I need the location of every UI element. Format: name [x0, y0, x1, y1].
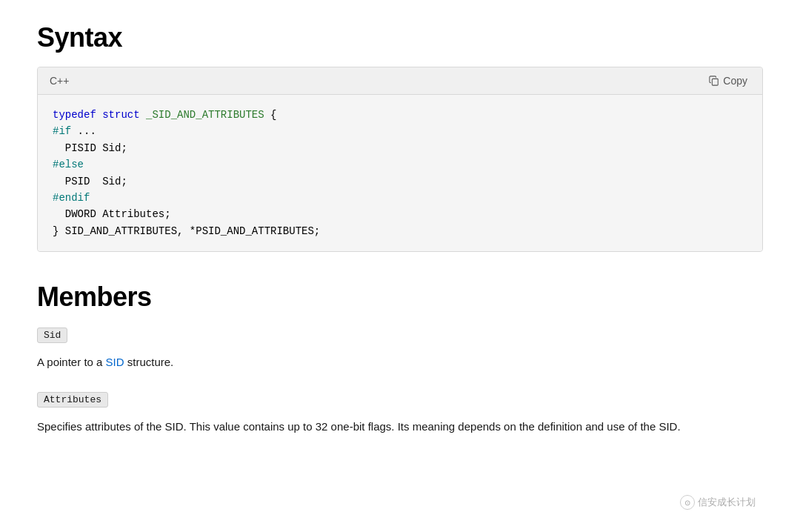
code-block: typedef struct _SID_AND_ATTRIBUTES { #if…: [38, 95, 762, 251]
code-line: } SID_AND_ATTRIBUTES, *PSID_AND_ATTRIBUT…: [53, 223, 747, 239]
watermark-text: 信安成长计划: [698, 496, 756, 509]
members-section: Members Sid A pointer to a SID structure…: [37, 282, 763, 436]
code-line: #endif: [53, 190, 747, 206]
keyword-typedef: typedef: [53, 109, 96, 121]
code-line: PSID Sid;: [53, 173, 747, 190]
copy-label: Copy: [723, 75, 747, 87]
code-container: C++ Copy typedef struct _SID_AND_ATTRIBU…: [37, 67, 763, 252]
sid-desc-after: structure.: [124, 356, 174, 368]
code-line: #else: [53, 156, 747, 173]
sid-description: A pointer to a SID structure.: [37, 353, 763, 371]
copy-icon: [709, 76, 719, 86]
member-badge-sid: Sid: [37, 327, 67, 343]
code-line: DWORD Attributes;: [53, 206, 747, 222]
preprocessor-if: #if: [53, 125, 71, 137]
member-badge-attributes: Attributes: [37, 392, 108, 408]
code-line: typedef struct _SID_AND_ATTRIBUTES {: [53, 107, 747, 123]
svg-rect-0: [713, 79, 719, 85]
preprocessor-else: #else: [53, 159, 84, 170]
attributes-description: Specifies attributes of the SID. This va…: [37, 418, 763, 436]
keyword-struct: struct: [102, 109, 139, 121]
copy-button[interactable]: Copy: [706, 73, 750, 88]
syntax-title: Syntax: [37, 22, 763, 53]
struct-name: _SID_AND_ATTRIBUTES: [146, 109, 264, 121]
code-line: #if ...: [53, 123, 747, 139]
sid-link[interactable]: SID: [106, 356, 124, 368]
members-title: Members: [37, 282, 763, 313]
watermark-icon: ⊙: [680, 495, 695, 510]
sid-desc-before: A pointer to a: [37, 356, 106, 368]
preprocessor-endif: #endif: [53, 192, 90, 204]
code-language: C++: [50, 75, 69, 87]
code-line: PISID Sid;: [53, 140, 747, 156]
code-header: C++ Copy: [38, 67, 762, 95]
watermark: ⊙ 信安成长计划: [680, 495, 756, 510]
